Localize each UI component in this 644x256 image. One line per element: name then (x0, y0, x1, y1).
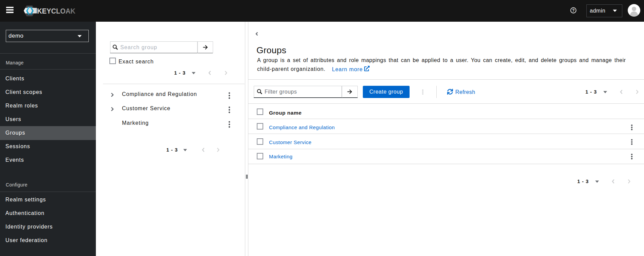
svg-text:KEYCLOAK: KEYCLOAK (37, 7, 76, 15)
svg-text:?: ? (572, 8, 575, 13)
